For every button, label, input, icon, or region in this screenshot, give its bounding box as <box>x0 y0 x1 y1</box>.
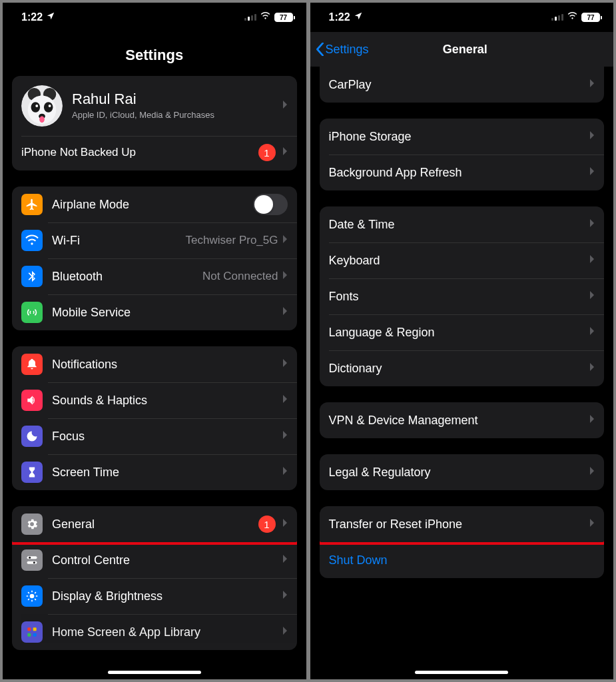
status-bar: 1:22 77 <box>3 3 306 32</box>
shut-down-row[interactable]: Shut Down <box>320 542 605 578</box>
chevron-right-icon <box>589 518 595 530</box>
wifi-icon <box>567 11 578 23</box>
screentime-row[interactable]: Screen Time <box>12 454 297 490</box>
row-label: VPN & Device Management <box>329 414 590 428</box>
chevron-right-icon <box>589 218 595 230</box>
row-label: Fonts <box>329 290 590 304</box>
storage-group: iPhone Storage Background App Refresh <box>320 119 605 190</box>
legal-group: Legal & Regulatory <box>320 454 605 490</box>
general-group: General 1 Control Centre Display & Brigh… <box>12 506 297 650</box>
row-label: Airplane Mode <box>52 198 253 212</box>
vpn-row[interactable]: VPN & Device Management <box>320 402 605 438</box>
legal-row[interactable]: Legal & Regulatory <box>320 454 605 490</box>
carplay-row[interactable]: CarPlay <box>320 67 605 103</box>
row-label: Focus <box>52 430 282 444</box>
highlight-general: General 1 <box>12 506 297 545</box>
sun-icon <box>21 585 43 607</box>
dictionary-row[interactable]: Dictionary <box>320 350 605 386</box>
profile-name: Rahul Rai <box>72 91 282 108</box>
carplay-group: CarPlay <box>320 67 605 103</box>
row-label: Notifications <box>52 358 282 372</box>
highlight-transfer-reset: Transfer or Reset iPhone <box>320 506 605 545</box>
battery-level: 77 <box>280 14 287 21</box>
row-label: iPhone Storage <box>329 130 590 144</box>
home-indicator[interactable] <box>108 671 201 674</box>
chevron-right-icon <box>282 518 288 530</box>
fonts-row[interactable]: Fonts <box>320 278 605 314</box>
reset-group: Transfer or Reset iPhone Shut Down <box>320 506 605 578</box>
avatar <box>21 85 63 127</box>
background-refresh-row[interactable]: Background App Refresh <box>320 155 605 190</box>
iphone-storage-row[interactable]: iPhone Storage <box>320 119 605 155</box>
row-label: Legal & Regulatory <box>329 466 590 480</box>
control-centre-row[interactable]: Control Centre <box>12 542 297 578</box>
location-icon <box>354 11 363 23</box>
cellular-signal-icon <box>551 14 563 21</box>
svg-rect-18 <box>33 633 37 637</box>
row-label: CarPlay <box>329 78 590 92</box>
wifi-row[interactable]: Wi-Fi Techwiser Pro_5G <box>12 222 297 258</box>
notification-badge: 1 <box>258 515 276 533</box>
general-row[interactable]: General 1 <box>12 506 297 542</box>
phone-general: 1:22 77 Settings General CarPlay iPhone … <box>310 3 614 679</box>
grid-icon <box>21 621 43 643</box>
chevron-right-icon <box>282 466 288 478</box>
chevron-right-icon <box>282 270 288 282</box>
svg-rect-16 <box>33 627 37 631</box>
mobile-service-row[interactable]: Mobile Service <box>12 294 297 330</box>
home-screen-row[interactable]: Home Screen & App Library <box>12 614 297 650</box>
row-label: Display & Brightness <box>52 589 282 603</box>
row-label: Shut Down <box>329 553 595 567</box>
row-label: Language & Region <box>329 326 590 340</box>
notification-badge: 1 <box>258 144 276 161</box>
status-time: 1:22 <box>329 11 350 23</box>
keyboard-row[interactable]: Keyboard <box>320 242 605 278</box>
notifications-row[interactable]: Notifications <box>12 346 297 382</box>
chevron-right-icon <box>589 290 595 302</box>
location-icon <box>46 11 55 23</box>
airplane-mode-row[interactable]: Airplane Mode <box>12 186 297 222</box>
transfer-reset-row[interactable]: Transfer or Reset iPhone <box>320 506 605 542</box>
locale-group: Date & Time Keyboard Fonts Language & Re… <box>320 206 605 386</box>
chevron-right-icon <box>589 79 595 91</box>
row-value: Techwiser Pro_5G <box>186 234 278 247</box>
svg-point-4 <box>31 102 41 113</box>
notifications-group: Notifications Sounds & Haptics Focus Scr… <box>12 346 297 490</box>
battery-level: 77 <box>587 14 594 21</box>
svg-point-9 <box>39 117 45 123</box>
chevron-right-icon <box>282 394 288 406</box>
backup-warning-row[interactable]: iPhone Not Backed Up 1 <box>12 136 297 170</box>
sounds-row[interactable]: Sounds & Haptics <box>12 382 297 418</box>
wifi-icon <box>260 11 271 23</box>
profile-subtitle: Apple ID, iCloud, Media & Purchases <box>72 109 282 121</box>
phone-settings: 1:22 77 Settings Rahul Rai Apple ID, iCl… <box>3 3 306 679</box>
bluetooth-row[interactable]: Bluetooth Not Connected <box>12 258 297 294</box>
display-brightness-row[interactable]: Display & Brightness <box>12 578 297 614</box>
svg-rect-10 <box>27 556 37 559</box>
hourglass-icon <box>21 462 43 483</box>
cellular-signal-icon <box>244 14 256 21</box>
svg-point-5 <box>44 102 53 113</box>
profile-row[interactable]: Rahul Rai Apple ID, iCloud, Media & Purc… <box>12 76 297 136</box>
row-label: Control Centre <box>52 553 282 567</box>
nav-bar: Settings General <box>310 32 614 67</box>
bluetooth-icon <box>21 266 43 287</box>
svg-point-13 <box>33 561 35 563</box>
chevron-right-icon <box>589 466 595 478</box>
svg-point-14 <box>30 594 35 599</box>
cellular-icon <box>21 302 43 323</box>
chevron-right-icon <box>589 254 595 266</box>
page-title: Settings <box>3 32 306 76</box>
chevron-right-icon <box>282 590 288 602</box>
home-indicator[interactable] <box>415 671 508 674</box>
profile-group: Rahul Rai Apple ID, iCloud, Media & Purc… <box>12 76 297 170</box>
chevron-right-icon <box>282 100 288 112</box>
date-time-row[interactable]: Date & Time <box>320 206 605 242</box>
airplane-toggle[interactable] <box>253 194 288 215</box>
focus-row[interactable]: Focus <box>12 418 297 454</box>
svg-rect-17 <box>27 633 31 637</box>
toggles-icon <box>21 549 43 571</box>
battery-icon: 77 <box>274 13 293 22</box>
row-label: Dictionary <box>329 362 590 376</box>
language-row[interactable]: Language & Region <box>320 314 605 350</box>
